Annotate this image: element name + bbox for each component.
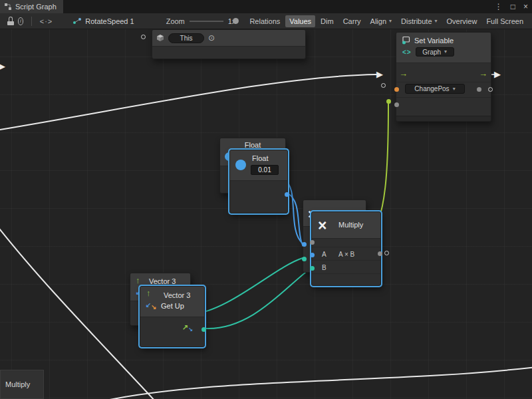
float-node[interactable]: Float <box>229 150 288 213</box>
script-graph-icon <box>4 3 12 11</box>
carry-button[interactable]: Carry <box>339 15 365 27</box>
multiply-icon: × <box>318 218 327 233</box>
float-title: Float <box>252 154 268 162</box>
zoom-handle[interactable] <box>233 18 239 24</box>
axis-arrow-orange-icon: ↘ <box>151 304 156 311</box>
graph-edge-arrow-left: ▶ <box>0 62 5 70</box>
float-value-input[interactable] <box>251 165 279 175</box>
cube-icon <box>156 34 164 42</box>
node-footer <box>396 116 491 121</box>
caret-down-icon: ▾ <box>435 19 438 24</box>
this-dropdown[interactable]: This <box>168 33 204 43</box>
overview-button[interactable]: Overview <box>443 15 481 27</box>
output-label: A × B <box>338 251 354 258</box>
multiply-spare-port[interactable] <box>310 240 315 245</box>
control-output-port[interactable]: → <box>479 69 487 78</box>
code-icon[interactable]: <·> <box>40 17 53 25</box>
vector3-ghost-title: Vector 3 <box>149 277 176 285</box>
info-icon[interactable]: i <box>18 17 24 25</box>
value-input-port[interactable] <box>394 102 399 107</box>
align-button[interactable]: Align▾ <box>366 15 396 27</box>
vector3-node[interactable]: ↑ ↙ ↘ Vector 3 Get Up ↗ ↘ <box>140 286 205 347</box>
float-ghost-title: Float <box>220 141 285 149</box>
get-up-mini-icon-2: ↘ <box>188 327 193 332</box>
multiply-node[interactable]: × Multiply A A × B B <box>311 211 381 286</box>
distribute-label: Distribute <box>401 17 432 25</box>
graph-toolbar: i <·> RotateSpeed 1 Zoom 1x Relations Va… <box>0 13 532 29</box>
set-variable-node[interactable]: Set Variable <> Graph ▾ → → ChangePos ▾ <box>396 32 491 122</box>
this-output-port[interactable] <box>141 35 146 39</box>
tab-bar: Script Graph ⋮ □ × <box>0 0 532 13</box>
control-arrow-out-of-setvariable: ▶ <box>494 70 501 78</box>
variable-name-dropdown[interactable]: ChangePos ▾ <box>405 84 465 94</box>
caret-down-icon: ▾ <box>453 86 456 92</box>
input-a-label: A <box>322 251 327 258</box>
float-icon <box>235 160 246 170</box>
vector3-node-header[interactable]: ↑ ↙ ↘ Vector 3 Get Up <box>140 287 204 317</box>
values-button[interactable]: Values <box>285 15 315 27</box>
multiply-ghost-input-a-port[interactable] <box>302 242 307 247</box>
variable-name-port[interactable] <box>394 87 399 92</box>
caret-down-icon: ▾ <box>444 49 447 55</box>
tab-bar-spacer <box>63 0 491 13</box>
variable-scope-label: Graph <box>422 49 441 56</box>
up-arrow-icon: ↑ <box>146 289 151 297</box>
control-input-port[interactable]: → <box>399 69 408 78</box>
multiply-title: Multiply <box>338 221 363 229</box>
wire-control-in <box>0 74 376 130</box>
this-label: This <box>180 35 193 42</box>
window-close-icon[interactable]: × <box>519 0 532 13</box>
control-arrow-into-setvariable: ▶ <box>376 70 383 78</box>
align-label: Align <box>370 17 386 25</box>
window-menu-icon[interactable]: ⋮ <box>491 0 507 13</box>
setvariable-output-port[interactable] <box>477 87 481 92</box>
float-node-header[interactable]: Float <box>230 150 287 181</box>
this-node-header[interactable]: This ⊙ <box>152 30 305 47</box>
input-b-label: B <box>322 264 327 271</box>
multiply-output-port[interactable] <box>378 251 382 256</box>
multiply-node-header[interactable]: × Multiply <box>312 212 380 239</box>
up-arrow-icon: ↑ <box>136 276 140 285</box>
get-up-mini-icon: ↗ <box>182 324 188 331</box>
dim-button[interactable]: Dim <box>317 15 338 27</box>
lock-icon[interactable] <box>7 17 12 25</box>
variable-scope-dropdown[interactable]: Graph ▾ <box>416 47 454 57</box>
graph-reference[interactable]: RotateSpeed 1 <box>72 17 134 25</box>
vector3-operation: Get Up <box>161 302 184 310</box>
row-divider <box>312 273 380 274</box>
set-variable-icon <box>402 36 410 45</box>
graph-name: RotateSpeed 1 <box>85 17 134 25</box>
multiply-input-a-port[interactable] <box>310 253 315 257</box>
lime-wire-endpoint <box>386 99 391 104</box>
row-divider <box>396 97 491 98</box>
float-output-port[interactable] <box>285 192 289 197</box>
wire-vector3-to-multiply-b <box>206 268 311 329</box>
toolbar-divider <box>31 17 32 26</box>
setvariable-edge-port[interactable] <box>488 87 493 92</box>
window-maximize-icon[interactable]: □ <box>507 0 519 13</box>
graph-canvas[interactable]: ▶ ▶ ▶ This ⊙ Set Variabl <box>0 29 532 399</box>
set-variable-header[interactable]: Set Variable <> Graph ▾ <box>396 33 491 63</box>
set-variable-title: Set Variable <box>414 37 454 45</box>
wire-vector3-ghost <box>191 258 303 315</box>
zoom-slider[interactable] <box>190 17 223 25</box>
variable-kind-icon: <> <box>402 49 412 56</box>
lock-body <box>7 21 14 25</box>
vector3-output-port[interactable] <box>201 327 206 332</box>
corner-node-title: Multiply <box>5 380 30 388</box>
multiply-output-edge-port[interactable] <box>384 251 389 255</box>
this-node-body <box>152 47 305 59</box>
this-node[interactable]: This ⊙ <box>152 29 306 59</box>
distribute-button[interactable]: Distribute▾ <box>397 15 441 27</box>
multiply-ghost-input-b-port[interactable] <box>302 257 307 261</box>
variable-name-label: ChangePos <box>414 85 449 92</box>
fullscreen-button[interactable]: Full Screen <box>482 15 527 27</box>
caret-down-icon: ▾ <box>389 19 392 24</box>
wire-white-bottom <box>100 367 532 399</box>
tab-script-graph[interactable]: Script Graph <box>0 0 63 13</box>
multiply-input-b-port[interactable] <box>310 266 315 271</box>
multiply-corner-node[interactable]: Multiply <box>0 370 44 399</box>
zoom-track <box>190 21 223 22</box>
unconnected-port-indicator[interactable] <box>381 83 386 88</box>
relations-button[interactable]: Relations <box>245 15 284 27</box>
